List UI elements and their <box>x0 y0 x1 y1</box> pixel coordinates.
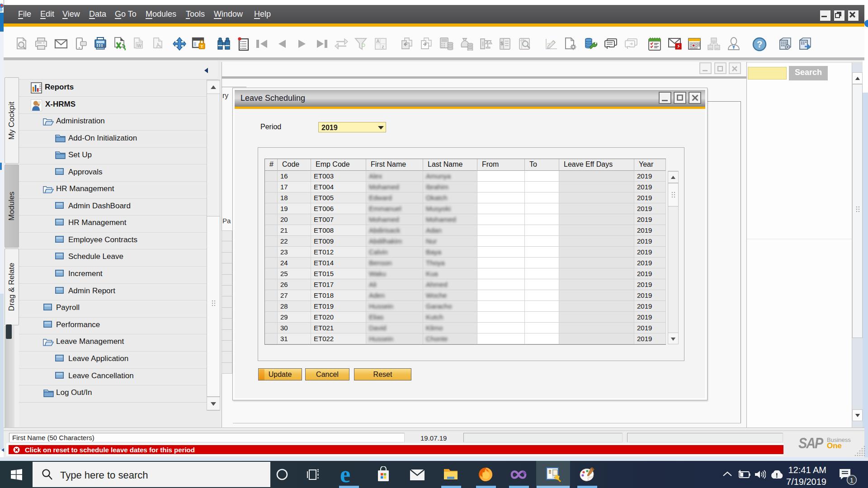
svg-text:1: 1 <box>850 477 854 484</box>
svg-text:z: z <box>382 44 384 49</box>
svg-text:?: ? <box>757 39 762 49</box>
svg-text:A: A <box>376 38 380 44</box>
svg-text:$: $ <box>500 41 503 46</box>
svg-text:W: W <box>137 43 142 48</box>
svg-text:T: T <box>201 44 203 49</box>
